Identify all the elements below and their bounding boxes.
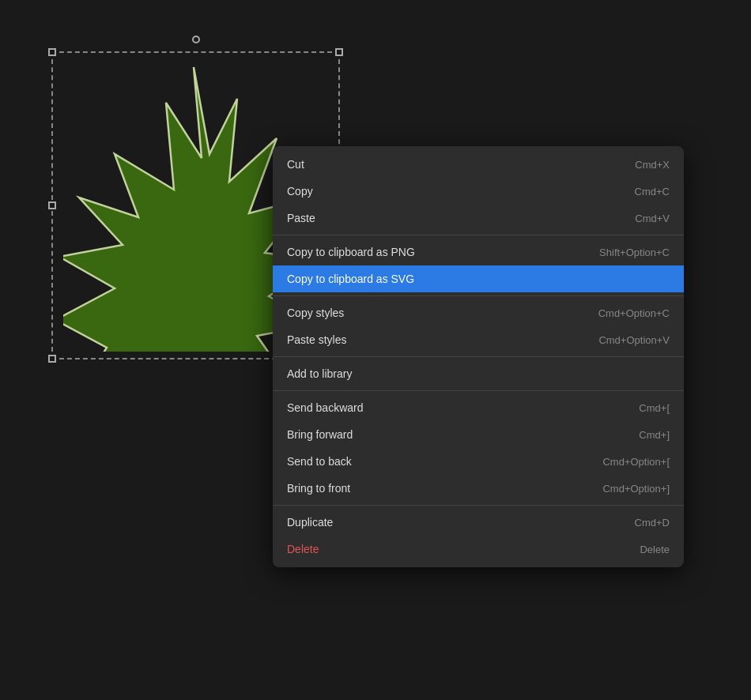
menu-item-paste-styles[interactable]: Paste stylesCmd+Option+V	[273, 326, 684, 353]
menu-item-shortcut-send-back: Cmd+Option+[	[602, 456, 670, 468]
menu-item-copy-svg[interactable]: Copy to clipboard as SVG	[273, 265, 684, 292]
menu-item-bring-forward[interactable]: Bring forwardCmd+]	[273, 421, 684, 448]
menu-item-shortcut-duplicate: Cmd+D	[635, 517, 670, 529]
menu-item-shortcut-bring-front: Cmd+Option+]	[602, 483, 670, 495]
menu-divider	[273, 295, 684, 296]
menu-item-label-send-back: Send to back	[287, 455, 352, 468]
menu-item-bring-front[interactable]: Bring to frontCmd+Option+]	[273, 475, 684, 502]
menu-item-paste[interactable]: PasteCmd+V	[273, 205, 684, 231]
menu-item-label-copy: Copy	[287, 185, 313, 198]
handle-top-left[interactable]	[48, 48, 56, 56]
menu-item-label-paste-styles: Paste styles	[287, 333, 346, 346]
menu-item-copy-png[interactable]: Copy to clipboard as PNGShift+Option+C	[273, 239, 684, 265]
menu-item-label-send-backward: Send backward	[287, 401, 364, 414]
menu-item-label-copy-styles: Copy styles	[287, 307, 344, 319]
menu-item-shortcut-copy: Cmd+C	[635, 186, 670, 198]
menu-item-shortcut-copy-styles: Cmd+Option+C	[598, 307, 670, 319]
menu-item-label-copy-svg: Copy to clipboard as SVG	[287, 273, 414, 285]
menu-item-label-copy-png: Copy to clipboard as PNG	[287, 246, 415, 258]
menu-item-shortcut-send-backward: Cmd+[	[639, 402, 670, 414]
menu-item-send-back[interactable]: Send to backCmd+Option+[	[273, 448, 684, 475]
handle-top-right[interactable]	[335, 48, 343, 56]
menu-item-label-add-library: Add to library	[287, 367, 352, 380]
menu-item-label-bring-forward: Bring forward	[287, 428, 353, 441]
menu-item-copy[interactable]: CopyCmd+C	[273, 178, 684, 205]
menu-item-duplicate[interactable]: DuplicateCmd+D	[273, 509, 684, 536]
menu-item-shortcut-paste-styles: Cmd+Option+V	[598, 334, 670, 346]
menu-divider	[273, 356, 684, 357]
menu-item-shortcut-paste: Cmd+V	[635, 213, 670, 224]
menu-item-add-library[interactable]: Add to library	[273, 360, 684, 387]
menu-item-shortcut-bring-forward: Cmd+]	[639, 429, 670, 441]
menu-item-label-duplicate: Duplicate	[287, 516, 333, 529]
menu-item-copy-styles[interactable]: Copy stylesCmd+Option+C	[273, 299, 684, 326]
handle-bottom-left[interactable]	[48, 355, 56, 363]
menu-item-label-paste: Paste	[287, 212, 315, 224]
menu-item-label-delete: Delete	[287, 543, 319, 555]
menu-item-delete[interactable]: DeleteDelete	[273, 536, 684, 563]
menu-divider	[273, 390, 684, 391]
menu-item-shortcut-cut: Cmd+X	[635, 159, 670, 171]
menu-item-shortcut-delete: Delete	[640, 544, 670, 555]
menu-divider	[273, 235, 684, 235]
menu-item-label-cut: Cut	[287, 158, 304, 171]
menu-item-send-backward[interactable]: Send backwardCmd+[	[273, 394, 684, 421]
menu-item-shortcut-copy-png: Shift+Option+C	[599, 247, 670, 258]
menu-divider	[273, 505, 684, 506]
menu-item-label-bring-front: Bring to front	[287, 482, 350, 495]
handle-middle-left[interactable]	[48, 201, 56, 209]
canvas: CutCmd+XCopyCmd+CPasteCmd+VCopy to clipb…	[0, 0, 751, 700]
context-menu: CutCmd+XCopyCmd+CPasteCmd+VCopy to clipb…	[273, 146, 684, 567]
menu-item-cut[interactable]: CutCmd+X	[273, 151, 684, 178]
rotate-handle[interactable]	[192, 36, 200, 43]
